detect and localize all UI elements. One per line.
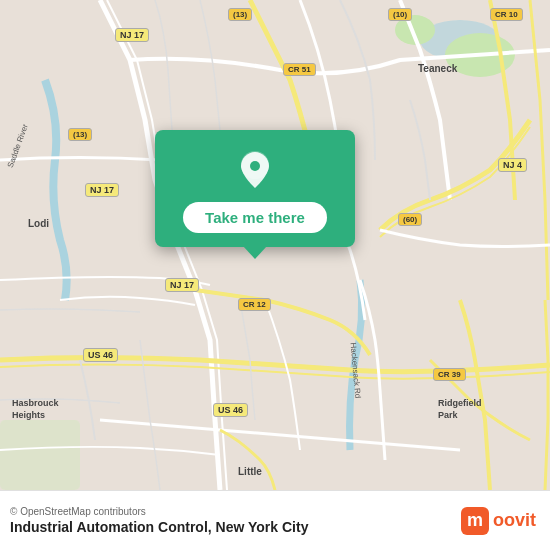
- label-us46-1: US 46: [83, 348, 118, 362]
- label-nj17-3: NJ 17: [165, 278, 199, 292]
- label-teaneck: Teaneck: [418, 63, 457, 74]
- label-cr39: CR 39: [433, 368, 466, 381]
- moovit-logo-letter: m: [461, 507, 489, 535]
- svg-point-6: [250, 161, 260, 171]
- svg-rect-4: [0, 420, 80, 490]
- label-cr51: CR 51: [283, 63, 316, 76]
- label-10: (10): [388, 8, 412, 21]
- label-hasbrouck: HasbrouckHeights: [12, 398, 59, 421]
- label-nj17-2: NJ 17: [85, 183, 119, 197]
- label-cr12: CR 12: [238, 298, 271, 311]
- label-us46-2: US 46: [213, 403, 248, 417]
- label-nj4: NJ 4: [498, 158, 527, 172]
- label-lodi: Lodi: [28, 218, 49, 229]
- location-info: © OpenStreetMap contributors Industrial …: [10, 506, 308, 535]
- label-cr10: CR 10: [490, 8, 523, 21]
- moovit-logo: m oovit: [461, 507, 536, 535]
- label-little: Little: [238, 466, 262, 477]
- attribution: © OpenStreetMap contributors: [10, 506, 308, 517]
- label-60: (60): [398, 213, 422, 226]
- location-name: Industrial Automation Control, New York …: [10, 519, 308, 535]
- label-ridgefield: RidgefieldPark: [438, 398, 482, 421]
- label-13-1: (13): [228, 8, 252, 21]
- label-13-2: (13): [68, 128, 92, 141]
- location-pin-icon: [233, 148, 277, 192]
- map-container: NJ 17 NJ 17 NJ 17 (13) (10) CR 10 CR 51 …: [0, 0, 550, 490]
- moovit-logo-text: oovit: [493, 510, 536, 531]
- bottom-bar: © OpenStreetMap contributors Industrial …: [0, 490, 550, 550]
- label-nj17-1: NJ 17: [115, 28, 149, 42]
- take-me-there-button[interactable]: Take me there: [183, 202, 327, 233]
- popup-card: Take me there: [155, 130, 355, 247]
